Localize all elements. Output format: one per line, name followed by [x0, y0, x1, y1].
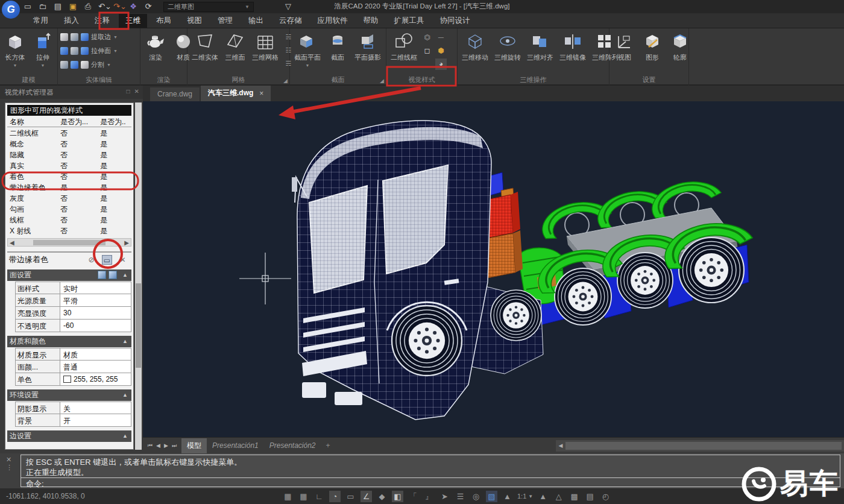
tab-yuncunchu[interactable]: 云存储 [272, 14, 309, 28]
extrude-face-mini-icon[interactable] [81, 47, 89, 55]
tab-shuchu[interactable]: 输出 [242, 14, 270, 28]
collapse-icon[interactable]: ▲ [122, 336, 128, 347]
views-button[interactable]: 视图 [612, 30, 637, 63]
section-plane-button[interactable]: 截面平面 ▼ [292, 30, 323, 69]
outline-button[interactable]: 轮廓 [667, 30, 693, 63]
tab-zhushi[interactable]: 注释 [88, 14, 116, 28]
style-row-shaded[interactable]: 着色否是 [7, 172, 131, 183]
prop-row-material-display[interactable]: 材质显示材质 [15, 348, 131, 361]
face-highlight-icon[interactable] [98, 271, 106, 279]
panel-close-icon[interactable]: ✕ [134, 88, 139, 95]
3d-object-snap-icon[interactable]: ☰ [455, 491, 466, 502]
prop-row-monochrome-color[interactable]: 单色 255, 255, 255 [15, 373, 131, 386]
style-row-shades-of-gray[interactable]: 灰度否是 [7, 194, 131, 204]
extract-edge-mini-icon[interactable] [81, 33, 89, 41]
command-window-grip[interactable]: ✕⋮ [0, 453, 20, 488]
horizontal-scrollbar[interactable]: ◀ [556, 440, 844, 452]
tab-shitu[interactable]: 视图 [180, 14, 209, 28]
intersect-icon[interactable] [60, 47, 68, 55]
style-row-wireframe[interactable]: 线框否是 [7, 215, 131, 226]
separate-mini-icon[interactable] [81, 61, 89, 69]
flatshot-button[interactable]: 平面摄影 [353, 30, 383, 63]
style-row-conceptual[interactable]: 概念否是 [7, 139, 131, 150]
graphics-button[interactable]: 图形 [640, 30, 665, 63]
doc-tab-qichesanwei[interactable]: 汽车三维.dwg × [201, 86, 271, 101]
clean-icon[interactable] [71, 61, 78, 69]
auto-scale-icon[interactable]: △ [553, 491, 564, 502]
extract-edges-button[interactable]: 提取边 [91, 33, 111, 42]
prop-row-opacity[interactable]: 不透明度-60 [15, 320, 131, 332]
prev-layout-icon[interactable]: ◀ [156, 443, 160, 449]
app-logo[interactable]: G [2, 1, 20, 19]
extrude-button[interactable]: 拉伸 ▼ [30, 30, 55, 69]
style-row-realistic[interactable]: 真实否是 [7, 161, 131, 172]
scroll-left-icon[interactable]: ◀ [10, 239, 14, 246]
3d-move-button[interactable]: 三维移动 [460, 30, 490, 63]
ortho-mode-icon[interactable]: ∟ [313, 491, 325, 502]
tab-yingyongruanjian[interactable]: 应用软件 [311, 14, 354, 28]
section-environment-settings[interactable]: 环境设置 ▲ [7, 389, 131, 401]
tab-sanwei[interactable]: 三维 [119, 14, 147, 28]
grid-display-icon[interactable]: ▦ [298, 491, 309, 502]
extrude-faces-button[interactable]: 拉伸面 [91, 46, 111, 55]
scrollbar-thumb[interactable] [136, 283, 141, 368]
section-edge-settings[interactable]: 边设置 ▲ [7, 430, 131, 442]
chevron-down-icon[interactable]: ▼ [306, 63, 310, 68]
tab-guanli[interactable]: 管理 [211, 14, 239, 28]
wireframe-style-icon[interactable]: ⏣ [421, 32, 433, 43]
scroll-left-icon[interactable]: ◀ [556, 443, 565, 449]
dialog-launcher-icon[interactable]: ◢ [380, 78, 384, 84]
copy-style-button[interactable]: ▭ [102, 255, 112, 265]
style-row-2d-wireframe[interactable]: 二维线框否是 [7, 128, 131, 139]
object-snap-tracking-icon[interactable]: ∠ [361, 491, 372, 502]
isolate-objects-icon[interactable]: ▲ [502, 491, 513, 502]
add-layout-button[interactable]: + [321, 441, 335, 450]
3d-mesh-button[interactable]: 三维网格 [250, 30, 280, 63]
section-materials-color[interactable]: 材质和颜色 ▲ [7, 336, 131, 347]
annotation-monitor-icon[interactable]: ◎ [470, 491, 482, 502]
prop-row-shadow-display[interactable]: 阴影显示关 [15, 402, 131, 414]
style-row-xray[interactable]: X 射线否是 [7, 226, 131, 237]
prop-row-face-color-mode[interactable]: 面颜...普通 [15, 361, 131, 373]
close-icon[interactable]: × [259, 89, 263, 98]
layout-tab-model[interactable]: 模型 [181, 438, 207, 453]
current-visual-style-icon[interactable]: ◕ [435, 58, 447, 70]
chevron-down-icon[interactable]: ▼ [113, 35, 118, 39]
chevron-down-icon[interactable]: ▼ [41, 63, 45, 68]
chevron-down-icon[interactable]: ▼ [13, 63, 17, 68]
layout-tab-presentacion2[interactable]: Presentación2 [264, 439, 321, 452]
scroll-right-icon[interactable]: ▶ [124, 239, 129, 246]
lineweight-display-icon[interactable]: 』 [423, 491, 435, 502]
panel-vertical-scrollbar[interactable] [135, 102, 142, 450]
drawing-canvas[interactable] [143, 101, 844, 437]
no-face-style-icon[interactable]: ⊘ [86, 255, 96, 265]
delete-style-icon[interactable]: ✕ [118, 255, 128, 265]
selection-cycling-icon[interactable]: ➤ [439, 491, 450, 502]
2d-solid-button[interactable]: 二维实体 [190, 30, 220, 63]
styles-horizontal-scrollbar[interactable]: ◀ ▶ [7, 238, 131, 247]
tab-xietongsheji[interactable]: 协同设计 [433, 14, 477, 28]
3d-align-button[interactable]: 三维对齐 [525, 30, 555, 63]
tab-buju[interactable]: 布局 [150, 14, 178, 28]
scrollbar-thumb[interactable] [33, 240, 106, 245]
isometric-drafting-icon[interactable]: ▭ [345, 491, 356, 502]
3d-face-button[interactable]: 三维面 [222, 30, 248, 63]
object-snap-icon[interactable]: ◆ [376, 491, 388, 502]
dialog-launcher-icon[interactable]: ◢ [283, 78, 288, 84]
chevron-down-icon[interactable]: ▼ [113, 49, 118, 53]
collapse-icon[interactable]: ▲ [122, 389, 128, 401]
section-button[interactable]: 截面 [325, 30, 350, 63]
section-face-settings[interactable]: 面设置 ▲ [7, 269, 131, 281]
snap-mode-icon[interactable]: ▦ [282, 491, 294, 502]
hidden-style-icon[interactable]: ⏤ [435, 32, 447, 43]
style-row-hidden[interactable]: 隐藏否是 [7, 150, 131, 161]
dynamic-input-icon[interactable]: ◧ [392, 491, 403, 502]
tab-charu[interactable]: 插入 [57, 14, 86, 28]
box-button[interactable]: 长方体 ▼ [2, 30, 28, 69]
tab-kuozhangongju[interactable]: 扩展工具 [388, 14, 431, 28]
shaded-style-icon[interactable]: ◻ [421, 45, 433, 57]
face-opacity-icon[interactable] [109, 271, 117, 279]
first-layout-icon[interactable]: ⏮ [148, 443, 153, 449]
prop-row-background[interactable]: 背景开 [15, 414, 131, 427]
scrollbar-thumb[interactable] [565, 442, 842, 450]
